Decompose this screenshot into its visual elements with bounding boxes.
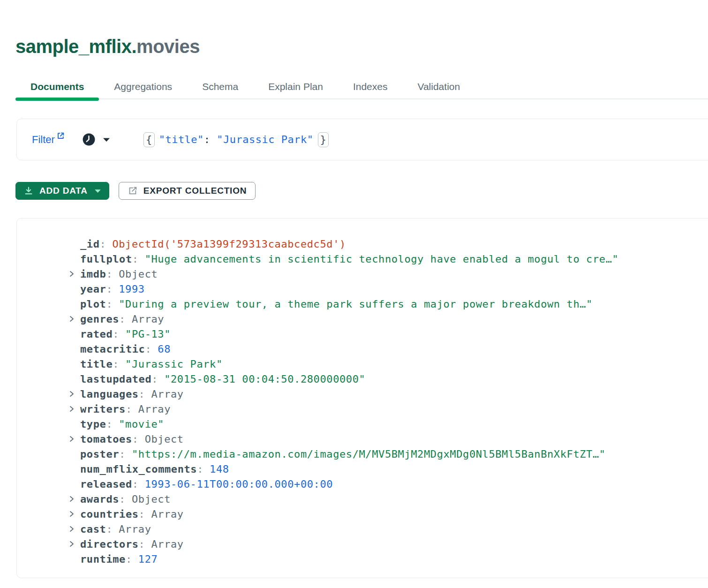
field-key: num_mflix_comments xyxy=(80,463,197,475)
tab-indexes[interactable]: Indexes xyxy=(338,75,403,98)
clock-icon xyxy=(82,132,96,147)
export-collection-button[interactable]: EXPORT COLLECTION xyxy=(119,182,256,200)
field-value: Object xyxy=(145,433,184,445)
field-value: Array xyxy=(151,538,183,550)
expand-chevron-icon[interactable] xyxy=(69,510,80,518)
document-card: _id:ObjectId('573a1399f29313caabcedc5d')… xyxy=(16,218,708,578)
field-value: 68 xyxy=(158,343,171,355)
filter-input[interactable]: {"title": "Jurassic Park"} xyxy=(139,132,333,147)
document-row: genres:Array xyxy=(17,311,708,326)
field-key: metacritic xyxy=(80,343,145,355)
field-key: imdb xyxy=(80,268,106,280)
expand-chevron-icon[interactable] xyxy=(69,315,80,323)
document-row: writers:Array xyxy=(17,401,708,416)
field-colon: : xyxy=(132,478,139,490)
field-colon: : xyxy=(126,403,132,415)
document-row: languages:Array xyxy=(17,386,708,401)
document-row: rated:"PG-13" xyxy=(17,326,708,341)
field-colon: : xyxy=(106,268,113,280)
field-key: runtime xyxy=(80,553,126,565)
field-key: plot xyxy=(80,298,106,310)
field-colon: : xyxy=(139,538,145,550)
field-key: year xyxy=(80,283,106,295)
document-row: year:1993 xyxy=(17,281,708,296)
page-title: sample_mflix.movies xyxy=(15,36,200,57)
document-row: num_mflix_comments:148 xyxy=(17,461,708,476)
expand-chevron-icon[interactable] xyxy=(69,540,80,548)
field-key: directors xyxy=(80,538,139,550)
filter-colon-token: : xyxy=(204,134,217,145)
field-key: genres xyxy=(80,313,119,325)
field-value: "Huge advancements in scientific technol… xyxy=(145,253,619,265)
expand-chevron-icon[interactable] xyxy=(69,270,80,278)
field-key: fullplot xyxy=(80,253,132,265)
field-colon: : xyxy=(151,373,158,385)
field-value: Array xyxy=(132,313,164,325)
expand-chevron-icon[interactable] xyxy=(69,495,80,503)
caret-down-icon xyxy=(103,137,110,142)
expand-chevron-icon[interactable] xyxy=(69,405,80,413)
tab-schema[interactable]: Schema xyxy=(187,75,253,98)
caret-down-icon xyxy=(94,189,101,193)
field-colon: : xyxy=(119,313,126,325)
add-data-button[interactable]: ADD DATA xyxy=(15,182,109,200)
expand-chevron-icon[interactable] xyxy=(69,390,80,398)
namespace-database: sample_mflix. xyxy=(15,36,136,57)
field-key: awards xyxy=(80,493,119,505)
field-value: "2015-08-31 00:04:50.280000000" xyxy=(164,373,365,385)
document-row: tomatoes:Object xyxy=(17,431,708,446)
document-body: _id:ObjectId('573a1399f29313caabcedc5d')… xyxy=(17,236,708,566)
external-link-icon xyxy=(57,132,65,140)
field-colon: : xyxy=(119,448,126,460)
tab-aggregations[interactable]: Aggregations xyxy=(99,75,187,98)
collection-view: sample_mflix.movies Documents Aggregatio… xyxy=(0,0,708,588)
field-key: released xyxy=(80,478,132,490)
filter-label: Filter xyxy=(32,134,55,146)
field-colon: : xyxy=(145,343,151,355)
field-value: Array xyxy=(119,523,151,535)
document-row: directors:Array xyxy=(17,536,708,551)
export-collection-label: EXPORT COLLECTION xyxy=(143,186,247,196)
field-key: _id xyxy=(80,238,100,250)
field-colon: : xyxy=(113,328,119,340)
document-row: countries:Array xyxy=(17,506,708,521)
document-row: lastupdated:"2015-08-31 00:04:50.2800000… xyxy=(17,371,708,386)
field-value: 148 xyxy=(210,463,229,475)
collection-actions: ADD DATA EXPORT COLLECTION xyxy=(15,182,256,200)
field-value: "Jurassic Park" xyxy=(125,358,223,370)
field-value: 1993 xyxy=(119,283,144,295)
query-history-button[interactable] xyxy=(82,132,110,147)
namespace-collection: movies xyxy=(136,36,200,57)
field-colon: : xyxy=(132,253,139,265)
field-value: "movie" xyxy=(119,418,164,430)
close-brace: } xyxy=(318,132,329,147)
field-colon: : xyxy=(139,508,145,520)
expand-chevron-icon[interactable] xyxy=(69,525,80,533)
field-value: Array xyxy=(151,508,183,520)
field-value: Object xyxy=(132,493,171,505)
field-colon: : xyxy=(126,553,132,565)
tab-documents[interactable]: Documents xyxy=(15,75,99,98)
document-row: fullplot:"Huge advancements in scientifi… xyxy=(17,251,708,266)
filter-link[interactable]: Filter xyxy=(32,134,65,146)
tab-validation[interactable]: Validation xyxy=(402,75,475,98)
document-row: released:1993-06-11T00:00:00.000+00:00 xyxy=(17,476,708,491)
field-value: ObjectId('573a1399f29313caabcedc5d') xyxy=(112,238,346,250)
document-row: poster:"https://m.media-amazon.com/image… xyxy=(17,446,708,461)
field-key: writers xyxy=(80,403,126,415)
field-value: "https://m.media-amazon.com/images/M/MV5… xyxy=(132,448,606,460)
field-colon: : xyxy=(119,493,126,505)
document-row: cast:Array xyxy=(17,521,708,536)
document-row: metacritic:68 xyxy=(17,341,708,356)
field-value: 1993-06-11T00:00:00.000+00:00 xyxy=(145,478,333,490)
tab-explain-plan[interactable]: Explain Plan xyxy=(253,75,338,98)
field-colon: : xyxy=(113,358,119,370)
field-key: lastupdated xyxy=(80,373,151,385)
field-colon: : xyxy=(106,523,113,535)
filter-value-token: "Jurassic Park" xyxy=(217,134,313,145)
field-colon: : xyxy=(106,283,113,295)
document-row: _id:ObjectId('573a1399f29313caabcedc5d') xyxy=(17,236,708,251)
field-value: Array xyxy=(151,388,183,400)
document-row: imdb:Object xyxy=(17,266,708,281)
expand-chevron-icon[interactable] xyxy=(69,435,80,443)
